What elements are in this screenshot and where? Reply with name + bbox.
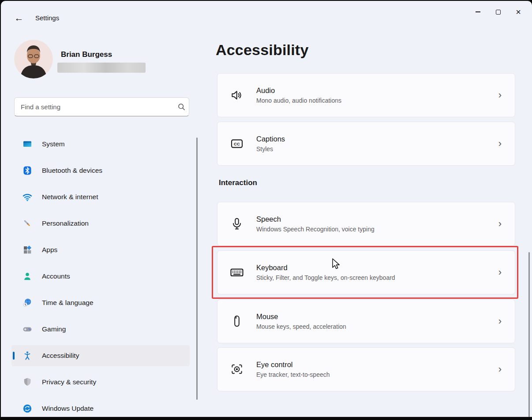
sidebar-item-time-language[interactable]: Time & language [11, 292, 190, 313]
card-title: Speech [256, 215, 375, 223]
window-controls: × [468, 4, 528, 20]
gamepad-icon [22, 324, 32, 334]
sidebar-item-personalization[interactable]: Personalization [11, 213, 190, 234]
card-subtitle: Sticky, Filter, and Toggle keys, on-scre… [256, 274, 395, 281]
svg-text:CC: CC [234, 141, 240, 146]
user-name: Brian Burgess [61, 50, 112, 59]
sidebar-item-apps[interactable]: Apps [11, 239, 190, 260]
sidebar-item-network[interactable]: Network & internet [11, 186, 190, 208]
person-icon [22, 271, 32, 281]
sidebar-item-windows-update[interactable]: Windows Update [11, 398, 190, 417]
sidebar-item-label: Accessibility [42, 352, 79, 360]
chevron-right-icon: › [498, 218, 502, 230]
minimize-icon [476, 11, 480, 12]
sidebar-item-label: Network & internet [42, 193, 98, 201]
app-title: Settings [35, 14, 59, 22]
card-subtitle: Windows Speech Recognition, voice typing [256, 226, 375, 233]
sidebar-item-accessibility[interactable]: Accessibility [11, 345, 190, 366]
chevron-right-icon: › [498, 267, 502, 278]
close-icon: × [516, 7, 521, 16]
bluetooth-icon [22, 166, 32, 175]
chevron-right-icon: › [498, 316, 502, 327]
maximize-icon [496, 10, 501, 15]
page-title: Accessibility [216, 41, 309, 59]
sidebar-item-label: Apps [42, 246, 57, 254]
apps-icon [22, 245, 32, 255]
card-subtitle: Eye tracker, text-to-speech [256, 371, 330, 378]
user-avatar[interactable] [14, 40, 53, 78]
section-header-interaction: Interaction [219, 178, 257, 187]
close-button[interactable]: × [508, 4, 528, 20]
search-input[interactable] [15, 103, 174, 111]
chevron-right-icon: › [498, 364, 502, 375]
sync-icon [22, 404, 32, 413]
card-eye-control[interactable]: Eye control Eye tracker, text-to-speech … [217, 347, 515, 391]
card-audio[interactable]: Audio Mono audio, audio notifications › [217, 73, 515, 117]
mouse-icon [228, 314, 246, 328]
eye-control-icon [228, 362, 246, 376]
paintbrush-icon [22, 219, 32, 228]
main-scrollbar[interactable] [528, 252, 530, 417]
back-button[interactable]: ← [11, 11, 26, 26]
minimize-button[interactable] [468, 4, 488, 20]
card-subtitle: Styles [256, 145, 285, 152]
sidebar-item-label: Gaming [42, 325, 66, 333]
chevron-right-icon: › [498, 138, 502, 149]
speaker-icon [228, 88, 246, 102]
sidebar-item-label: Time & language [42, 299, 94, 307]
card-subtitle: Mono audio, audio notifications [256, 97, 341, 104]
sidebar-item-privacy[interactable]: Privacy & security [11, 372, 190, 393]
sidebar-item-label: Windows Update [42, 405, 94, 413]
sidebar-item-label: System [42, 140, 65, 148]
search-box [14, 97, 189, 116]
globe-clock-icon [22, 298, 32, 308]
microphone-icon [228, 217, 246, 231]
sidebar-item-label: Personalization [42, 219, 89, 227]
sidebar-item-system[interactable]: System [11, 134, 190, 155]
sidebar-nav: System Bluetooth & devices Network & int… [11, 134, 190, 417]
sidebar-item-label: Bluetooth & devices [42, 167, 102, 175]
redacted-email-bar [57, 63, 146, 73]
card-title: Eye control [256, 361, 330, 369]
card-mouse[interactable]: Mouse Mouse keys, speed, acceleration › [217, 299, 515, 343]
search-icon [174, 103, 189, 111]
sidebar-item-accounts[interactable]: Accounts [11, 266, 190, 287]
shield-icon [22, 377, 32, 387]
wifi-icon [22, 192, 32, 202]
card-keyboard[interactable]: Keyboard Sticky, Filter, and Toggle keys… [217, 250, 515, 294]
captions-icon: CC [228, 137, 246, 151]
sidebar-item-label: Privacy & security [42, 378, 96, 386]
settings-window: ← Settings × Brian Burgess [1, 1, 532, 417]
keyboard-icon [228, 265, 246, 280]
card-title: Audio [256, 86, 341, 95]
accessibility-icon [22, 351, 32, 361]
card-title: Mouse [256, 312, 346, 321]
card-title: Keyboard [256, 264, 395, 272]
card-subtitle: Mouse keys, speed, acceleration [256, 323, 346, 330]
card-title: Captions [256, 135, 285, 143]
card-captions[interactable]: CC Captions Styles › [217, 122, 515, 166]
chevron-right-icon: › [498, 89, 502, 101]
sidebar-scrollbar[interactable] [196, 138, 198, 400]
card-speech[interactable]: Speech Windows Speech Recognition, voice… [217, 202, 515, 246]
maximize-button[interactable] [488, 4, 508, 20]
system-icon [22, 139, 32, 149]
back-arrow-icon: ← [15, 13, 24, 23]
sidebar-item-bluetooth[interactable]: Bluetooth & devices [11, 160, 190, 181]
sidebar-item-gaming[interactable]: Gaming [11, 319, 190, 340]
sidebar-item-label: Accounts [42, 272, 70, 280]
avatar-photo [14, 40, 53, 78]
